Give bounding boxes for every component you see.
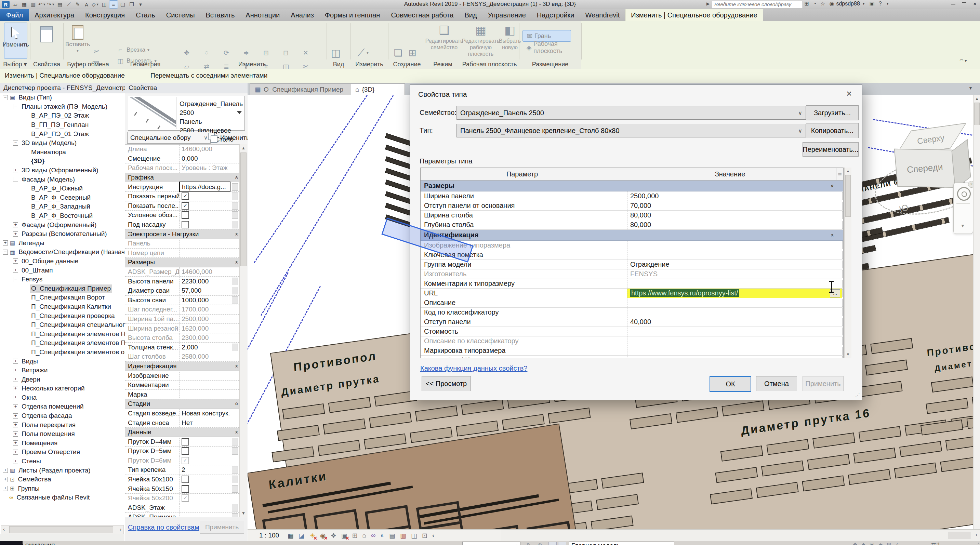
sun-path-icon[interactable]: ☀✕ [309,532,315,540]
modify-tool-icon[interactable]: ◌ [202,48,211,57]
param-value[interactable]: 80,000 [627,211,842,220]
property-row[interactable]: Ширина резаной1620,000 [125,324,239,334]
property-edit-box[interactable] [232,296,238,304]
worksets-icon[interactable]: ◎ [538,542,542,545]
main-model-combobox[interactable]: Главная модель∨ [569,542,674,545]
tree-item[interactable]: В_АР_Ф_Западный [0,202,125,211]
ribbon-tab-3[interactable]: Сталь [130,9,161,21]
property-row[interactable]: ADSK_Размер_Д...14600,000 [125,267,239,277]
param-value[interactable] [627,356,842,358]
property-value[interactable]: ✓ [179,192,229,201]
formula-box[interactable] [842,289,843,297]
selection-option-icon[interactable]: ✦ [878,542,883,545]
resize-grip[interactable]: ⋰ [855,392,860,398]
collapse-chevron-icon[interactable]: » [234,261,239,264]
property-value[interactable] [179,371,229,380]
help-menu-chevron-icon[interactable]: ▼ [886,2,889,5]
displaced-elements-icon[interactable]: ◫ [411,532,417,540]
type-selector[interactable]: Ограждение_Панель 2500Панель 2500_Фланце… [128,96,245,130]
user-avatar-icon[interactable]: ◉ [829,0,834,7]
panel-caption[interactable]: Измерить [350,60,388,68]
properties-help-link[interactable]: Справка по свойствам [128,523,199,531]
properties-header[interactable]: Свойства [125,83,248,93]
measure-icon[interactable]: ⟋ [65,1,73,8]
selection-option-icon[interactable]: ❖ [853,542,857,545]
dialog-param-row[interactable]: Описание по классификатору [421,337,843,346]
param-value[interactable]: Ограждение [627,260,842,269]
tree-expand-icon[interactable]: − [13,177,18,182]
placement-work-plane-button[interactable]: ◈Рабочая плоскость [522,42,585,52]
property-edit-box[interactable] [232,221,238,229]
url-selected-text[interactable]: https://www.fensys.ru/oprosnyy-list/ [630,289,739,297]
properties-section-header[interactable]: Идентификация» [125,362,239,371]
tree-expand-icon[interactable]: + [13,268,18,273]
tree-item-label[interactable]: Несколько категорий [20,384,86,392]
param-value[interactable]: 2500,000 [627,191,842,201]
tree-item-label[interactable]: Группы [16,485,41,493]
tree-item-label[interactable]: Fensys [20,275,44,283]
reveal-hidden-icon[interactable]: ◐ [380,532,384,539]
tree-item-label[interactable]: Проемы Отверстия [20,448,81,456]
property-value[interactable]: ✓ [179,211,229,220]
dialog-param-row[interactable]: Ключевая пометка [421,250,843,260]
property-value[interactable] [179,381,229,390]
property-row[interactable]: Комментарии [125,381,239,390]
property-value[interactable]: ✓ [179,220,229,229]
selection-option-icon[interactable]: ◆ [861,542,865,545]
param-value[interactable]: 70,000 [627,201,842,210]
formula-box[interactable] [842,221,843,229]
property-value[interactable] [179,249,229,258]
tree-expand-icon[interactable]: − [13,104,18,109]
edit-type-icon[interactable] [208,133,217,142]
tree-item-label[interactable]: Окна [20,394,38,402]
tree-item[interactable]: В_АР_Ф_Южный [0,184,125,193]
visual-style-icon[interactable]: ◪ [299,532,305,540]
tree-item-label[interactable]: П_Спецификация элементов Нас [30,330,125,338]
tree-item-label[interactable]: 00_Штамп [20,266,54,275]
qat-customize-icon[interactable]: ▾ [137,1,145,8]
tree-item-label[interactable]: О_Спецификация Пример [30,284,112,293]
editable-only-icon[interactable]: ✎ [527,542,531,545]
tree-item-label[interactable]: Полы помещения [20,430,76,438]
param-value[interactable]: 40,000 [627,317,842,327]
property-value[interactable]: Уровень : Этаж 01 [179,164,229,173]
tree-item[interactable]: +Витражи [0,366,125,375]
dialog-param-row[interactable]: Номер OmniClass [421,356,843,358]
param-value[interactable]: FENSYS [627,269,842,279]
table-vscrollbar[interactable]: ▲ ▼ [844,168,851,358]
value-column-header[interactable]: Значение [624,168,836,180]
tree-item[interactable]: О_Спецификация Пример [0,284,125,293]
tree-expand-icon[interactable]: + [13,222,18,227]
close-hidden-icon[interactable]: ▢ [119,1,127,8]
param-value[interactable]: 80,000 [627,220,842,229]
properties-section-header[interactable]: Стадии» [125,399,239,409]
formula-box[interactable] [842,211,843,219]
temporary-hide-icon[interactable]: ∞ [371,532,376,539]
formula-box[interactable] [842,251,843,259]
signed-in-user[interactable]: sdpsdp88 [836,1,860,7]
tree-expand-icon[interactable]: + [13,232,18,237]
property-row[interactable]: Пруток D=5мм✓ [125,446,239,456]
ribbon-tab-13[interactable]: Weandrevit [580,9,625,21]
tree-item-label[interactable]: Миниатюра [30,148,67,156]
panel-caption[interactable]: Выбор ▾ [0,60,30,68]
property-value[interactable] [179,239,229,248]
property-value[interactable]: 1620,000 [179,324,229,333]
property-row[interactable]: Стадия сносаНет [125,418,239,428]
pending-icon[interactable]: ◔ [813,1,816,7]
collapse-chevron-icon[interactable]: » [829,234,835,237]
tree-item[interactable]: +Виды [0,357,125,366]
tree-item[interactable]: П_Спецификация элементов огр [0,348,125,357]
panel-caption[interactable]: Буфер обмена [63,60,113,68]
tree-item[interactable]: +Фасады (Оформленный) [0,220,125,229]
tree-item[interactable]: В_АР_ПЭ_01 Этаж [0,129,125,138]
tree-item[interactable]: П_Спецификация элементов Нас [0,329,125,338]
property-row[interactable]: Шаг столбов2580,000 [125,352,239,362]
panel-caption[interactable]: Размещение [519,60,581,68]
revit-logo-icon[interactable]: R [2,1,10,8]
tree-item-label[interactable]: Разрезы (Вспомогательный) [20,230,108,238]
design-option-combobox[interactable]: ∨ [462,542,520,545]
clipboard-small-icons[interactable]: ✂▤ [92,46,101,68]
formula-box[interactable] [842,327,843,335]
tree-item[interactable]: +Стены [0,457,125,466]
